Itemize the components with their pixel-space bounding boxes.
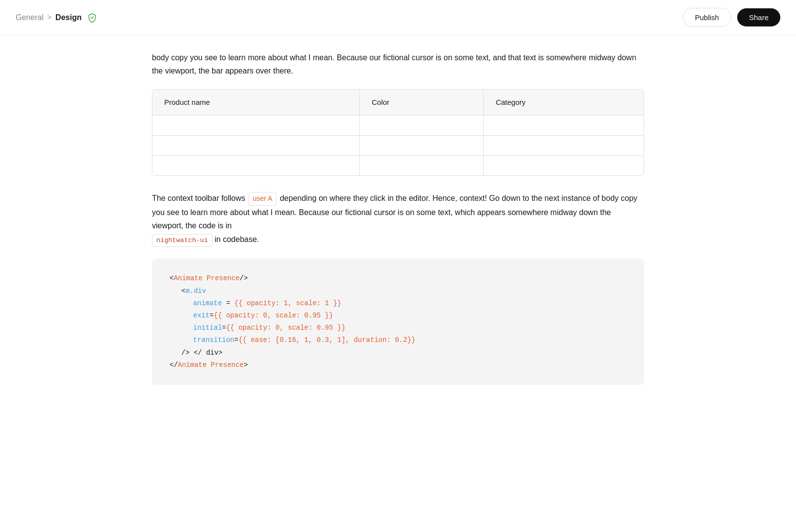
table-row (152, 136, 644, 156)
header-actions: Publish Share (683, 8, 780, 27)
shield-icon (87, 13, 97, 23)
code-block: <Animate Presence/> <m.div animate = {{ … (152, 259, 644, 385)
code-tag-inline: nightwatch-ui (152, 234, 212, 247)
table-cell (152, 156, 360, 176)
header: General > Design Publish Share (0, 0, 796, 35)
table-row (152, 156, 644, 176)
table-row (152, 116, 644, 136)
breadcrumb-parent[interactable]: General (16, 11, 44, 24)
code-line-5: initial={{ opacity: 0, scale: 0.95 }} (170, 322, 626, 334)
context-paragraph: The context toolbar follows user A depen… (152, 192, 644, 247)
table-cell (484, 116, 644, 136)
code-line-6: transition={{ ease: [0.16, 1, 0.3, 1], d… (170, 334, 626, 346)
breadcrumb-separator: > (48, 12, 51, 23)
main-content: body copy you see to learn more about wh… (128, 35, 668, 401)
code-line-8: </Animate Presence> (170, 359, 626, 371)
data-table: Product name Color Category (152, 89, 644, 176)
table-cell (484, 136, 644, 156)
breadcrumb: General > Design (16, 11, 97, 24)
table-header-row: Product name Color Category (152, 90, 644, 116)
code-line-3: animate = {{ opacity: 1, scale: 1 }} (170, 297, 626, 310)
intro-text: body copy you see to learn more about wh… (152, 51, 644, 77)
table-cell (484, 156, 644, 176)
table-header-color: Color (360, 90, 484, 116)
table-cell (360, 136, 484, 156)
share-button[interactable]: Share (737, 8, 780, 26)
user-tag: user A (249, 192, 277, 206)
table-cell (152, 116, 360, 136)
table-cell (152, 136, 360, 156)
table-cell (360, 156, 484, 176)
context-text-before: The context toolbar follows (152, 194, 245, 202)
table-cell (360, 116, 484, 136)
code-line-1: <Animate Presence/> (170, 272, 626, 285)
table-header-category: Category (484, 90, 644, 116)
breadcrumb-current: Design (55, 11, 81, 24)
table-header-product: Product name (152, 90, 360, 116)
context-text-end: in codebase. (215, 235, 259, 243)
code-line-7: /> </ div> (170, 347, 626, 359)
publish-button[interactable]: Publish (683, 8, 731, 27)
code-line-4: exit={{ opacity: 0, scale: 0.95 }} (170, 310, 626, 322)
code-line-2: <m.div (170, 285, 626, 297)
